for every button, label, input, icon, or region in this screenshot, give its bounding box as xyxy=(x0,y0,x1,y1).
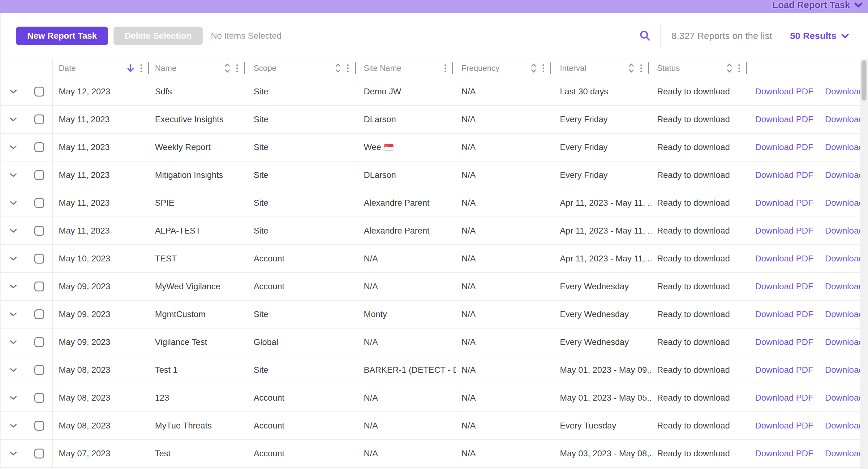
column-header-site-name[interactable]: Site Name xyxy=(358,59,456,77)
download-pdf-link[interactable]: Download PDF xyxy=(755,448,813,458)
download-pdf-link[interactable]: Download PDF xyxy=(755,309,813,319)
row-expand-toggle[interactable] xyxy=(0,384,26,411)
download-pdf-link[interactable]: Download PDF xyxy=(755,198,813,208)
column-resize-handle[interactable] xyxy=(550,62,551,74)
column-menu-icon[interactable] xyxy=(141,64,142,72)
name-cell: Test 1 xyxy=(152,365,247,375)
row-checkbox[interactable] xyxy=(34,226,44,236)
row-expand-toggle[interactable] xyxy=(0,217,26,244)
site-name-cell: Wee xyxy=(358,142,456,152)
row-checkbox[interactable] xyxy=(34,448,44,459)
download-pdf-link[interactable]: Download PDF xyxy=(755,254,813,263)
download-csv-link[interactable]: Download CSV xyxy=(825,393,860,403)
row-expand-toggle[interactable] xyxy=(0,301,26,328)
row-checkbox[interactable] xyxy=(34,365,44,375)
row-checkbox[interactable] xyxy=(34,198,44,208)
download-csv-link[interactable]: Download CSV xyxy=(825,365,860,375)
download-csv-link[interactable]: Download CSV xyxy=(825,170,860,180)
download-csv-link[interactable]: Download CSV xyxy=(825,254,860,263)
download-pdf-link[interactable]: Download PDF xyxy=(755,170,813,180)
row-expand-toggle[interactable] xyxy=(0,245,26,272)
column-resize-handle[interactable] xyxy=(746,62,747,74)
column-resize-handle[interactable] xyxy=(148,62,149,74)
column-menu-icon[interactable] xyxy=(347,64,349,72)
download-pdf-link[interactable]: Download PDF xyxy=(755,87,813,96)
row-expand-toggle[interactable] xyxy=(0,161,26,189)
search-icon[interactable] xyxy=(639,30,651,42)
column-header-date[interactable]: Date xyxy=(53,59,152,77)
scrollbar-thumb[interactable] xyxy=(862,60,866,100)
load-report-task-button[interactable]: Load Report Task xyxy=(772,0,862,10)
row-expand-toggle[interactable] xyxy=(0,106,26,133)
sort-both-icon[interactable] xyxy=(628,63,634,73)
row-checkbox[interactable] xyxy=(34,337,44,347)
row-checkbox[interactable] xyxy=(34,142,44,152)
column-menu-icon[interactable] xyxy=(738,64,740,72)
row-expand-toggle[interactable] xyxy=(0,440,26,467)
download-csv-link[interactable]: Download CSV xyxy=(825,421,860,430)
download-pdf-link[interactable]: Download PDF xyxy=(755,365,813,375)
download-csv-link[interactable]: Download CSV xyxy=(825,115,860,124)
row-select-cell xyxy=(26,412,53,439)
column-header-interval[interactable]: Interval xyxy=(554,59,651,77)
column-resize-handle[interactable] xyxy=(648,62,649,74)
download-csv-link[interactable]: Download CSV xyxy=(825,282,860,291)
sort-both-icon[interactable] xyxy=(335,63,341,73)
row-checkbox[interactable] xyxy=(34,170,44,180)
chevron-down-icon xyxy=(9,117,17,122)
vertical-scrollbar[interactable] xyxy=(860,59,868,469)
row-checkbox[interactable] xyxy=(34,421,44,431)
download-csv-link[interactable]: Download CSV xyxy=(825,226,860,236)
download-pdf-link[interactable]: Download PDF xyxy=(755,393,813,403)
download-csv-link[interactable]: Download CSV xyxy=(825,309,860,319)
row-expand-toggle[interactable] xyxy=(0,273,26,300)
sort-both-icon[interactable] xyxy=(531,63,536,73)
column-menu-icon[interactable] xyxy=(542,64,544,72)
site-name-cell: Monty xyxy=(358,309,456,319)
column-resize-handle[interactable] xyxy=(244,62,245,74)
row-checkbox[interactable] xyxy=(34,87,44,96)
interval-cell: May 01, 2023 - May 09,... xyxy=(554,365,651,375)
download-pdf-link[interactable]: Download PDF xyxy=(755,282,813,291)
download-pdf-link[interactable]: Download PDF xyxy=(755,337,813,347)
column-label: Status xyxy=(657,63,680,73)
sort-both-icon[interactable] xyxy=(224,63,230,73)
row-checkbox[interactable] xyxy=(34,393,44,403)
row-expand-toggle[interactable] xyxy=(0,189,26,217)
download-csv-link[interactable]: Download CSV xyxy=(825,448,860,458)
download-pdf-link[interactable]: Download PDF xyxy=(755,421,813,430)
column-header-name[interactable]: Name xyxy=(152,59,247,77)
row-checkbox[interactable] xyxy=(34,254,44,263)
new-report-task-button[interactable]: New Report Task xyxy=(16,27,108,45)
download-csv-link[interactable]: Download CSV xyxy=(825,142,860,152)
sort-both-icon[interactable] xyxy=(726,63,732,73)
row-expand-toggle[interactable] xyxy=(0,78,26,105)
row-checkbox[interactable] xyxy=(34,282,44,291)
download-pdf-link[interactable]: Download PDF xyxy=(755,226,813,236)
row-checkbox[interactable] xyxy=(34,115,44,124)
download-csv-link[interactable]: Download CSV xyxy=(825,198,860,208)
download-csv-link[interactable]: Download CSV xyxy=(825,337,860,347)
row-expand-toggle[interactable] xyxy=(0,134,26,161)
sort-descending-icon[interactable] xyxy=(127,63,134,73)
download-pdf-link[interactable]: Download PDF xyxy=(755,115,813,124)
delete-selection-button[interactable]: Delete Selection xyxy=(114,27,203,45)
column-resize-handle[interactable] xyxy=(355,62,356,74)
column-menu-icon[interactable] xyxy=(640,64,642,72)
column-label: Interval xyxy=(560,63,586,73)
column-header-scope[interactable]: Scope xyxy=(247,59,358,77)
row-checkbox[interactable] xyxy=(34,309,44,319)
column-header-frequency[interactable]: Frequency xyxy=(456,59,554,77)
column-menu-icon[interactable] xyxy=(444,64,446,72)
results-per-page-selector[interactable]: 50 Results xyxy=(790,31,849,41)
row-expand-toggle[interactable] xyxy=(0,329,26,356)
column-resize-handle[interactable] xyxy=(452,62,453,74)
expand-header-cell xyxy=(0,59,26,77)
column-menu-icon[interactable] xyxy=(236,64,238,72)
row-expand-toggle[interactable] xyxy=(0,356,26,384)
row-expand-toggle[interactable] xyxy=(0,412,26,439)
column-header-status[interactable]: Status xyxy=(651,59,749,77)
status-cell: Ready to download xyxy=(651,254,749,263)
download-pdf-link[interactable]: Download PDF xyxy=(755,142,813,152)
download-csv-link[interactable]: Download CSV xyxy=(825,87,860,96)
